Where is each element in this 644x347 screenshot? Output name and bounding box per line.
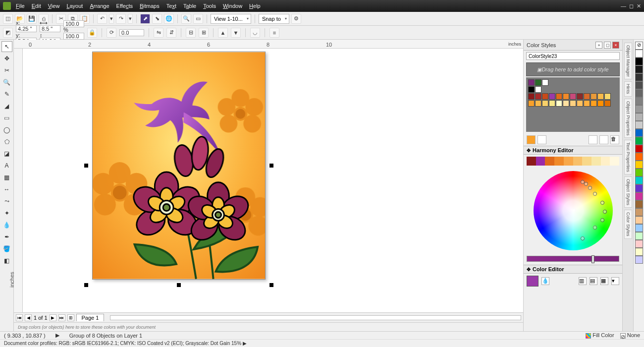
zoom-levels-button[interactable]: 🔍 xyxy=(181,14,191,24)
redo-drop-icon[interactable]: ▾ xyxy=(128,14,133,24)
hue-thumb[interactable] xyxy=(591,255,594,263)
palette-swatch[interactable] xyxy=(635,232,643,240)
menu-help[interactable]: Help xyxy=(249,3,261,9)
harmony-marker[interactable] xyxy=(581,180,585,184)
palette-swatch[interactable] xyxy=(635,121,643,129)
export-button[interactable]: ⬊ xyxy=(152,14,162,24)
harmony-swatch[interactable] xyxy=(573,157,583,166)
smart-fill-tool[interactable]: ◢ xyxy=(1,101,12,112)
color-style-swatch[interactable] xyxy=(542,93,548,100)
close-icon[interactable]: ✕ xyxy=(637,3,641,9)
color-style-swatch[interactable] xyxy=(535,93,541,100)
color-style-swatch[interactable] xyxy=(528,79,535,86)
harmony-marker[interactable] xyxy=(600,201,604,205)
pick-tool[interactable]: ↖ xyxy=(1,41,12,52)
color-editor-header[interactable]: ✥ Color Editor xyxy=(524,265,622,274)
zoom-tool[interactable]: 🔍 xyxy=(1,77,12,88)
docker-tab[interactable]: Color Styles xyxy=(624,210,632,239)
harmony-swatch[interactable] xyxy=(554,157,564,166)
ungroup-button[interactable]: ⊟ xyxy=(186,28,196,38)
wrap-text-button[interactable]: ≡ xyxy=(269,28,279,38)
docker-tab[interactable]: Object Properties xyxy=(624,99,632,138)
scale-x-field[interactable]: 100.0 xyxy=(63,20,84,27)
palette-swatch[interactable] xyxy=(635,208,643,216)
artboard[interactable] xyxy=(92,52,266,280)
to-front-button[interactable]: ▲ xyxy=(218,28,228,38)
harmony-marker[interactable] xyxy=(603,210,607,214)
color-style-swatch[interactable] xyxy=(590,100,597,107)
color-style-swatch[interactable] xyxy=(535,79,541,86)
break-link-button[interactable] xyxy=(599,135,608,144)
palette-swatch[interactable] xyxy=(635,97,643,105)
options-button[interactable]: ⚙ xyxy=(291,14,301,24)
prev-page-button[interactable]: ◀ xyxy=(25,314,32,321)
color-style-swatch[interactable] xyxy=(549,93,555,100)
docker-tab[interactable]: Object Manager xyxy=(624,43,632,79)
minimize-icon[interactable]: — xyxy=(621,3,626,9)
mirror-h-button[interactable]: ⇋ xyxy=(154,28,163,38)
harmony-swatch[interactable] xyxy=(610,157,619,166)
pos-x-field[interactable]: 4.25 " xyxy=(16,25,37,32)
page-tab[interactable]: Page 1 xyxy=(76,314,105,321)
rectangle-tool[interactable]: ▭ xyxy=(1,113,12,123)
color-style-swatch[interactable] xyxy=(528,93,535,100)
outline-tool[interactable]: ✒ xyxy=(1,231,12,242)
connector-tool[interactable]: ⤳ xyxy=(1,196,12,207)
publish-button[interactable]: 🌐 xyxy=(164,14,174,24)
color-options-button[interactable]: ▾ xyxy=(611,277,619,285)
color-style-swatch[interactable] xyxy=(577,93,583,100)
color-style-swatch[interactable] xyxy=(584,93,590,100)
palette-swatch[interactable] xyxy=(635,65,643,73)
color-style-swatch[interactable] xyxy=(577,100,583,107)
palette-swatch[interactable] xyxy=(635,240,643,248)
redo-button[interactable]: ↷ xyxy=(116,14,126,24)
merge-button[interactable] xyxy=(589,135,597,144)
outline-swatch[interactable]: ⊘ xyxy=(620,333,626,339)
lock-ratio-button[interactable]: 🔒 xyxy=(87,28,97,38)
first-page-button[interactable]: ⏮ xyxy=(16,314,23,321)
convert-curves-button[interactable]: ◡ xyxy=(250,28,260,38)
document-color-tray[interactable]: Drag colors (or objects) here to store t… xyxy=(14,322,523,331)
polygon-tool[interactable]: ⬠ xyxy=(1,136,12,147)
vertical-ruler[interactable]: inches xyxy=(14,49,23,312)
color-style-swatch[interactable] xyxy=(563,93,569,100)
width-field[interactable]: 8.5 " xyxy=(40,25,60,32)
color-style-swatch[interactable] xyxy=(604,93,611,100)
palette-swatch[interactable] xyxy=(635,176,643,184)
eyedropper-button[interactable]: 💧 xyxy=(541,277,549,285)
harmony-marker[interactable] xyxy=(593,192,597,196)
last-page-button[interactable]: ⏭ xyxy=(58,314,65,321)
to-back-button[interactable]: ▼ xyxy=(231,28,241,38)
basic-shapes-tool[interactable]: ◪ xyxy=(1,148,12,159)
scale-y-field[interactable]: 100.0 xyxy=(63,33,84,40)
harmony-marker[interactable] xyxy=(584,182,588,186)
color-style-swatch[interactable] xyxy=(542,100,548,107)
palette-swatch[interactable] xyxy=(635,256,643,264)
import-button[interactable]: ⬈ xyxy=(140,14,150,24)
shape-tool[interactable]: ✥ xyxy=(1,53,12,64)
snap-to-dropdown[interactable]: Snap to xyxy=(259,14,289,24)
color-style-swatch[interactable] xyxy=(604,100,611,107)
menu-effects[interactable]: Effects xyxy=(116,3,133,9)
palette-swatch[interactable] xyxy=(635,129,643,137)
palette-swatch[interactable] xyxy=(635,153,643,161)
eyedropper-tool[interactable]: 💧 xyxy=(1,220,12,231)
docker-close-icon[interactable]: × xyxy=(612,42,619,49)
harmony-swatch[interactable] xyxy=(591,157,601,166)
color-style-swatch[interactable] xyxy=(570,100,576,107)
delete-style-button[interactable]: 🗑 xyxy=(610,135,619,144)
palette-swatch[interactable] xyxy=(635,89,643,97)
menu-file[interactable]: File xyxy=(16,3,25,9)
palette-swatch[interactable] xyxy=(635,200,643,208)
palette-swatch[interactable] xyxy=(635,81,643,89)
next-page-button[interactable]: ▶ xyxy=(50,314,56,321)
freehand-tool[interactable]: ✎ xyxy=(1,89,12,100)
color-style-swatch[interactable] xyxy=(556,93,562,100)
color-style-swatch[interactable] xyxy=(563,100,569,107)
canvas[interactable] xyxy=(23,49,523,312)
fullscreen-button[interactable]: ▭ xyxy=(193,14,203,24)
color-style-swatch[interactable] xyxy=(535,100,541,107)
fill-swatch[interactable] xyxy=(586,333,591,339)
menu-view[interactable]: View xyxy=(48,3,60,9)
add-page-button[interactable]: ⊞ xyxy=(67,314,74,321)
